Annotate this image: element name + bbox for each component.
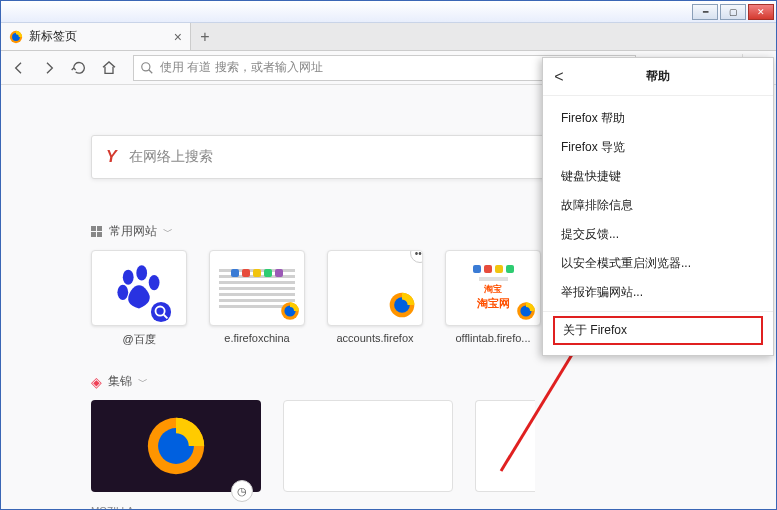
- forward-button[interactable]: [37, 56, 61, 80]
- svg-point-8: [117, 285, 128, 300]
- pocket-icon: ◈: [91, 374, 102, 390]
- tab-newtab[interactable]: 新标签页 ×: [1, 23, 191, 50]
- history-icon: ◷: [231, 480, 253, 502]
- svg-point-9: [151, 302, 171, 322]
- story-card-empty: [475, 400, 535, 510]
- story-card-empty: [283, 400, 453, 510]
- tile-label: e.firefoxchina: [209, 332, 305, 344]
- tile-firefoxchina[interactable]: e.firefoxchina: [209, 250, 305, 347]
- menu-item-feedback[interactable]: 提交反馈...: [543, 220, 773, 249]
- svg-point-7: [149, 275, 160, 290]
- svg-point-6: [136, 265, 147, 280]
- youdao-logo-icon: Y: [106, 148, 117, 166]
- menu-item-safe-mode[interactable]: 以安全模式重启浏览器...: [543, 249, 773, 278]
- tile-offlinetab[interactable]: 淘宝 淘宝网 offlintab.firefo...: [445, 250, 541, 347]
- tile-more-button[interactable]: •••: [410, 250, 423, 263]
- svg-point-2: [142, 62, 150, 70]
- menu-back-button[interactable]: <: [543, 68, 575, 86]
- menu-title: 帮助: [543, 68, 773, 85]
- search-icon: [140, 61, 154, 75]
- menu-body: Firefox 帮助 Firefox 导览 键盘快捷键 故障排除信息 提交反馈.…: [543, 96, 773, 355]
- tile-accounts-firefox[interactable]: ••• accounts.firefox: [327, 250, 423, 347]
- menu-item-troubleshoot[interactable]: 故障排除信息: [543, 191, 773, 220]
- tile-label: offlintab.firefo...: [445, 332, 541, 344]
- firefox-icon: [9, 30, 23, 44]
- close-window-button[interactable]: ✕: [748, 4, 774, 20]
- menu-item-about-firefox[interactable]: 关于 Firefox: [553, 316, 763, 345]
- menu-item-shortcuts[interactable]: 键盘快捷键: [543, 162, 773, 191]
- tab-close-icon[interactable]: ×: [174, 29, 182, 45]
- back-button[interactable]: [7, 56, 31, 80]
- highlights-header[interactable]: ◈ 集锦 ﹀: [91, 373, 686, 390]
- svg-point-5: [123, 270, 134, 285]
- url-placeholder: 使用 有道 搜索，或者输入网址: [160, 59, 323, 76]
- maximize-button[interactable]: ▢: [720, 4, 746, 20]
- window-controls: ━ ▢ ✕: [692, 4, 776, 20]
- highlights-label: 集锦: [108, 373, 132, 390]
- menu-header: < 帮助: [543, 58, 773, 96]
- reload-button[interactable]: [67, 56, 91, 80]
- new-tab-button[interactable]: +: [191, 23, 219, 50]
- tab-strip: 新标签页 × +: [1, 23, 776, 51]
- firefox-icon: [388, 291, 416, 319]
- menu-item-report-site[interactable]: 举报诈骗网站...: [543, 278, 773, 307]
- minimize-button[interactable]: ━: [692, 4, 718, 20]
- story-source: MOZILLA: [91, 506, 261, 510]
- thumbnail-preview: 淘宝 淘宝网: [473, 265, 514, 311]
- home-button[interactable]: [97, 56, 121, 80]
- story-card-mozilla[interactable]: ◷ MOZILLA 下载 Firefox 的 Android 与 iOS 版: [91, 400, 261, 510]
- chevron-down-icon: ﹀: [163, 225, 173, 239]
- tab-title: 新标签页: [29, 28, 77, 45]
- highlights-row: ◷ MOZILLA 下载 Firefox 的 Android 与 iOS 版: [91, 400, 686, 510]
- menu-separator: [543, 311, 773, 312]
- window-titlebar: ━ ▢ ✕: [1, 1, 776, 23]
- search-badge-icon: [150, 301, 172, 323]
- firefox-icon: [516, 301, 536, 321]
- search-placeholder: 在网络上搜索: [129, 148, 213, 166]
- menu-item-firefox-tour[interactable]: Firefox 导览: [543, 133, 773, 162]
- help-menu-panel: < 帮助 Firefox 帮助 Firefox 导览 键盘快捷键 故障排除信息 …: [542, 57, 774, 356]
- firefox-icon: [144, 414, 208, 478]
- tile-label: accounts.firefox: [327, 332, 423, 344]
- tile-baidu[interactable]: @百度: [91, 250, 187, 347]
- topsites-label: 常用网站: [109, 223, 157, 240]
- grid-icon: [91, 226, 103, 238]
- firefox-icon: [280, 301, 300, 321]
- chevron-down-icon: ﹀: [138, 375, 148, 389]
- tile-label: @百度: [91, 332, 187, 347]
- menu-item-firefox-help[interactable]: Firefox 帮助: [543, 104, 773, 133]
